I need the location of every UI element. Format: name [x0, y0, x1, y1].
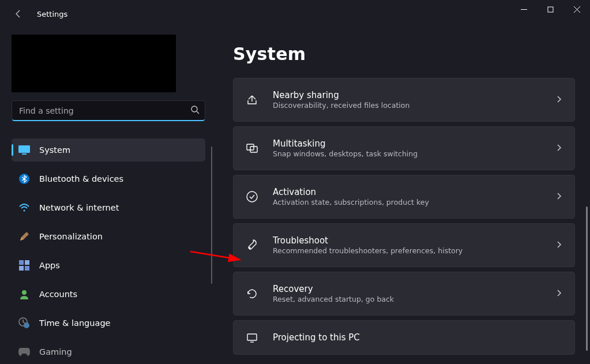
- svg-point-15: [247, 192, 257, 202]
- card-text: Nearby sharing Discoverability, received…: [273, 90, 541, 110]
- card-text: Multitasking Snap windows, desktops, tas…: [273, 138, 541, 158]
- card-text: Activation Activation state, subscriptio…: [273, 187, 541, 207]
- chevron-right-icon: [555, 288, 563, 299]
- settings-list: Nearby sharing Discoverability, received…: [233, 78, 575, 357]
- svg-rect-17: [247, 334, 257, 340]
- svg-point-12: [24, 322, 29, 328]
- window-controls: [510, 0, 590, 18]
- sidebar-item-label: Accounts: [39, 290, 77, 299]
- main-scrollbar[interactable]: [586, 207, 588, 351]
- card-subtitle: Discoverability, received files location: [273, 101, 541, 110]
- titlebar: Settings: [0, 0, 590, 28]
- card-title: Troubleshoot: [273, 235, 541, 246]
- maximize-button[interactable]: [537, 0, 563, 18]
- svg-rect-3: [22, 153, 27, 155]
- sidebar-item-label: Apps: [39, 261, 60, 270]
- card-title: Projecting to this PC: [273, 332, 563, 343]
- card-title: Nearby sharing: [273, 90, 541, 100]
- card-troubleshoot[interactable]: Troubleshoot Recommended troubleshooters…: [233, 223, 575, 267]
- card-multitasking[interactable]: Multitasking Snap windows, desktops, tas…: [233, 126, 575, 170]
- apps-icon: [18, 260, 30, 271]
- sidebar-item-time-language[interactable]: Time & language: [12, 312, 205, 335]
- search-input[interactable]: [12, 100, 205, 121]
- chevron-right-icon: [555, 240, 563, 251]
- sidebar-item-network[interactable]: Network & internet: [12, 196, 205, 219]
- card-text: Recovery Reset, advanced startup, go bac…: [273, 284, 541, 303]
- card-subtitle: Recommended troubleshooters, preferences…: [273, 246, 541, 255]
- sidebar-item-label: Time & language: [39, 318, 111, 328]
- card-title: Multitasking: [273, 138, 541, 149]
- svg-point-16: [249, 247, 250, 249]
- sidebar-item-personalization[interactable]: Personalization: [12, 225, 205, 248]
- sidebar-item-gaming[interactable]: Gaming: [12, 340, 205, 363]
- minimize-button[interactable]: [510, 0, 537, 18]
- close-button[interactable]: [563, 0, 590, 18]
- share-icon: [245, 93, 259, 107]
- card-text: Projecting to this PC: [273, 332, 563, 343]
- sidebar-item-apps[interactable]: Apps: [12, 254, 205, 277]
- svg-rect-2: [18, 145, 30, 153]
- sidebar-item-label: Bluetooth & devices: [39, 174, 123, 183]
- display-icon: [18, 144, 30, 156]
- svg-rect-6: [19, 260, 24, 265]
- multitask-icon: [245, 141, 259, 155]
- card-projecting[interactable]: Projecting to this PC: [233, 320, 575, 355]
- app-title: Settings: [37, 10, 67, 18]
- svg-rect-9: [25, 266, 29, 271]
- page-title: System: [233, 44, 575, 64]
- nav-list: System Bluetooth & devices Network & int…: [12, 138, 205, 364]
- sidebar-item-bluetooth[interactable]: Bluetooth & devices: [12, 167, 205, 190]
- sidebar-item-system[interactable]: System: [12, 138, 205, 162]
- svg-rect-8: [19, 266, 24, 271]
- card-title: Recovery: [273, 284, 541, 294]
- svg-rect-0: [548, 7, 553, 12]
- sidebar: System Bluetooth & devices Network & int…: [0, 28, 213, 364]
- sidebar-scrollbar[interactable]: [211, 147, 212, 284]
- card-activation[interactable]: Activation Activation state, subscriptio…: [233, 175, 575, 219]
- bluetooth-icon: [18, 173, 30, 185]
- back-button[interactable]: [13, 8, 24, 20]
- main-content: System Nearby sharing Discoverability, r…: [213, 28, 590, 364]
- wifi-icon: [18, 202, 30, 213]
- project-icon: [245, 331, 259, 344]
- user-info-block: [12, 35, 176, 92]
- sidebar-item-label: System: [39, 145, 70, 155]
- card-recovery[interactable]: Recovery Reset, advanced startup, go bac…: [233, 272, 575, 316]
- card-text: Troubleshoot Recommended troubleshooters…: [273, 235, 541, 255]
- svg-point-10: [22, 290, 27, 295]
- card-title: Activation: [273, 187, 541, 197]
- sidebar-item-accounts[interactable]: Accounts: [12, 283, 205, 306]
- checkmark-circle-icon: [245, 190, 259, 204]
- wrench-icon: [245, 238, 259, 252]
- svg-rect-7: [25, 260, 29, 265]
- card-subtitle: Reset, advanced startup, go back: [273, 295, 541, 303]
- search-wrap: [12, 100, 205, 121]
- sidebar-item-label: Network & internet: [39, 203, 119, 212]
- svg-point-5: [24, 210, 25, 212]
- gamepad-icon: [18, 346, 30, 358]
- chevron-right-icon: [555, 192, 563, 202]
- chevron-right-icon: [555, 143, 563, 154]
- chevron-right-icon: [555, 95, 563, 106]
- card-subtitle: Activation state, subscriptions, product…: [273, 198, 541, 207]
- paintbrush-icon: [18, 231, 30, 242]
- sidebar-item-label: Personalization: [39, 232, 103, 241]
- search-icon: [190, 105, 200, 117]
- card-nearby-sharing[interactable]: Nearby sharing Discoverability, received…: [233, 78, 575, 122]
- clock-globe-icon: [18, 317, 30, 329]
- recovery-icon: [245, 287, 259, 301]
- card-subtitle: Snap windows, desktops, task switching: [273, 149, 541, 158]
- sidebar-item-label: Gaming: [39, 347, 72, 357]
- svg-point-1: [191, 106, 197, 112]
- person-icon: [18, 288, 30, 300]
